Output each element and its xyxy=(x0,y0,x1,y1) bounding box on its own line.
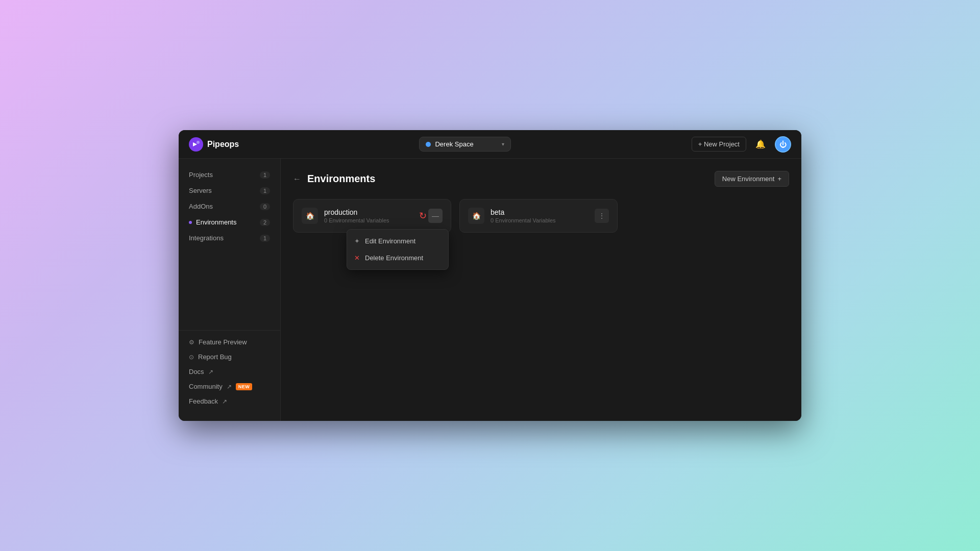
edit-environment-label: Edit Environment xyxy=(365,237,415,245)
new-environment-button[interactable]: New Environment + xyxy=(715,171,789,187)
loading-arrow-icon: ↻ xyxy=(419,210,427,221)
chevron-down-icon: ▾ xyxy=(502,141,504,147)
report-bug-icon: ⊙ xyxy=(189,354,194,361)
new-environment-plus-icon: + xyxy=(777,175,781,183)
sidebar-label-environments: Environments xyxy=(196,218,236,226)
community-external-icon: ↗ xyxy=(227,383,232,390)
logo-area: Pipeops xyxy=(189,137,239,152)
power-button[interactable]: ⏻ xyxy=(775,136,791,153)
page-title: Environments xyxy=(307,173,375,185)
new-badge: NEW xyxy=(236,383,253,390)
env-name-production: production xyxy=(324,208,389,216)
page-title-area: ← Environments xyxy=(293,173,375,185)
sidebar-badge-integrations: 1 xyxy=(260,235,270,242)
sidebar-label-servers: Servers xyxy=(189,187,212,194)
sidebar-item-servers[interactable]: Servers 1 xyxy=(179,183,280,198)
page-header: ← Environments New Environment + xyxy=(293,171,789,187)
active-dot-icon xyxy=(189,221,192,224)
sidebar-label-addons: AddOns xyxy=(189,203,213,210)
docs-label: Docs xyxy=(189,368,204,375)
workspace-name: Derek Space xyxy=(435,140,498,148)
feature-preview-label: Feature Preview xyxy=(199,338,247,346)
sidebar-item-feature-preview[interactable]: ⚙ Feature Preview xyxy=(179,335,280,349)
env-icon-production: 🏠 xyxy=(302,208,318,224)
env-grid: 🏠 production 0 Environmental Variables —… xyxy=(293,199,789,233)
menu-dots-icon: — xyxy=(432,212,439,220)
svg-point-1 xyxy=(197,141,200,144)
edit-icon: ✦ xyxy=(354,237,360,245)
sidebar-label-projects: Projects xyxy=(189,171,213,179)
env-card-production: 🏠 production 0 Environmental Variables —… xyxy=(293,199,451,233)
workspace-dot xyxy=(426,142,431,147)
dropdown-container-production: — ↻ ✦ Edit Environment ✕ De xyxy=(428,209,443,223)
nav-section: Projects 1 Servers 1 AddOns 0 xyxy=(179,167,280,326)
delete-icon: ✕ xyxy=(354,254,360,262)
delete-environment-label: Delete Environment xyxy=(365,254,423,262)
env-menu-button-production[interactable]: — xyxy=(428,209,443,223)
logo-text: Pipeops xyxy=(207,140,239,149)
new-environment-label: New Environment xyxy=(722,175,775,183)
workspace-selector[interactable]: Derek Space ▾ xyxy=(419,137,511,152)
sidebar-bottom: ⚙ Feature Preview ⊙ Report Bug Docs ↗ Co… xyxy=(179,330,280,413)
dropdown-menu-production: ✦ Edit Environment ✕ Delete Environment xyxy=(347,229,449,270)
header-right: + New Project 🔔 ⏻ xyxy=(692,136,791,153)
env-menu-button-beta[interactable]: ⋮ xyxy=(595,209,609,223)
sidebar-item-feedback[interactable]: Feedback ↗ xyxy=(179,394,280,409)
feedback-label: Feedback xyxy=(189,397,218,405)
power-icon: ⏻ xyxy=(779,140,787,148)
env-card-beta: 🏠 beta 0 Environmental Variables ⋮ xyxy=(459,199,618,233)
main-content: ← Environments New Environment + 🏠 produ… xyxy=(281,159,801,421)
back-button[interactable]: ← xyxy=(293,174,301,184)
app-window: Pipeops Derek Space ▾ + New Project 🔔 ⏻ xyxy=(179,130,801,421)
sidebar-item-docs[interactable]: Docs ↗ xyxy=(179,364,280,379)
sidebar-item-addons[interactable]: AddOns 0 xyxy=(179,198,280,214)
report-bug-label: Report Bug xyxy=(198,353,232,361)
community-label: Community xyxy=(189,383,223,390)
edit-environment-item[interactable]: ✦ Edit Environment xyxy=(347,233,448,249)
sidebar-item-integrations[interactable]: Integrations 1 xyxy=(179,230,280,246)
delete-environment-item[interactable]: ✕ Delete Environment xyxy=(347,249,448,266)
sidebar-item-projects[interactable]: Projects 1 xyxy=(179,167,280,183)
sidebar-label-integrations: Integrations xyxy=(189,234,224,242)
bell-icon: 🔔 xyxy=(755,139,766,149)
new-project-button[interactable]: + New Project xyxy=(692,137,746,152)
header: Pipeops Derek Space ▾ + New Project 🔔 ⏻ xyxy=(179,130,801,159)
body-layout: Projects 1 Servers 1 AddOns 0 xyxy=(179,159,801,421)
menu-vertical-dots-icon: ⋮ xyxy=(598,212,605,220)
env-name-beta: beta xyxy=(491,208,556,216)
env-icon-beta: 🏠 xyxy=(468,208,484,224)
sidebar-badge-projects: 1 xyxy=(260,171,270,179)
sidebar-badge-servers: 1 xyxy=(260,187,270,194)
docs-external-icon: ↗ xyxy=(208,368,213,375)
sidebar-item-environments[interactable]: Environments 2 xyxy=(179,214,280,230)
sidebar-badge-addons: 0 xyxy=(260,203,270,210)
feature-preview-icon: ⚙ xyxy=(189,339,194,346)
sidebar-item-community[interactable]: Community ↗ NEW xyxy=(179,379,280,394)
notification-button[interactable]: 🔔 xyxy=(752,136,769,153)
sidebar: Projects 1 Servers 1 AddOns 0 xyxy=(179,159,281,421)
sidebar-item-report-bug[interactable]: ⊙ Report Bug xyxy=(179,349,280,364)
sidebar-badge-environments: 2 xyxy=(260,219,270,226)
env-vars-beta: 0 Environmental Variables xyxy=(491,217,556,223)
env-vars-production: 0 Environmental Variables xyxy=(324,217,389,223)
header-center: Derek Space ▾ xyxy=(419,137,511,152)
logo-icon xyxy=(189,137,203,152)
feedback-external-icon: ↗ xyxy=(222,398,227,405)
